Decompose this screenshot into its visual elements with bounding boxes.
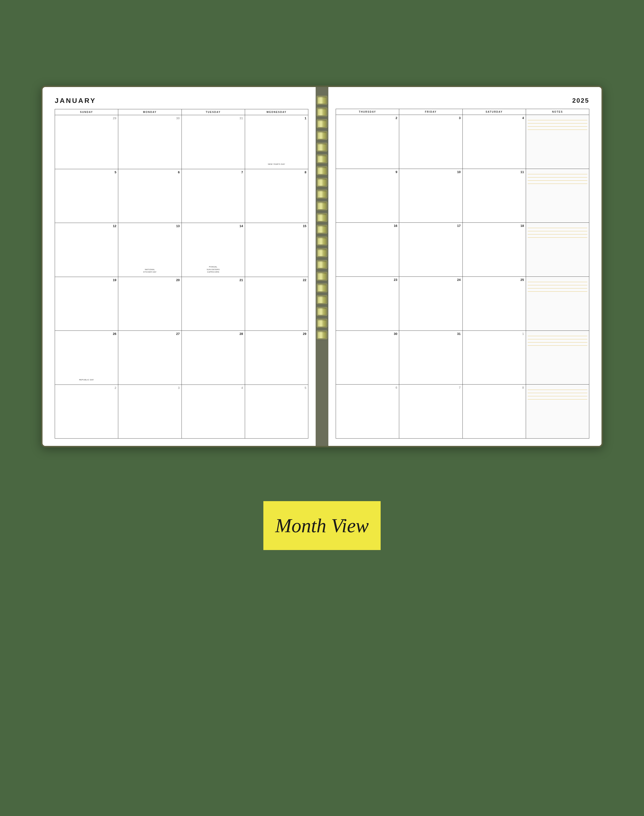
cell-feb5: 5 [245,385,308,439]
cell-jan28: 28 [182,331,245,385]
cell-jan1: 1NEW YEAR'S DAY [245,115,308,169]
cell-jan20: 20 [118,277,181,331]
notes-week4 [526,277,589,331]
cell-jan14: 14PONGALSUN ENTERSCAPRICORN [182,223,245,277]
col-tuesday: TUESDAY [182,109,245,115]
cell-jan10: 10 [399,169,463,223]
cell-jan25: 25 [463,277,526,331]
cell-jan22: 22 [245,277,308,331]
spiral-ring [316,248,328,257]
cell-jan30: 30 [336,331,399,385]
spiral-ring [316,95,328,105]
calendar-grid-left: 29 30 31 1NEW YEAR'S DAY 5 6 7 8 12 13NA… [55,115,308,438]
spiral-binding [316,87,328,446]
calendar-grid-right: 2 3 4 9 10 11 16 17 18 23 24 25 [336,115,589,438]
spiral-ring [316,260,328,269]
cell-feb8: 8 [463,384,526,438]
col-notes: NOTES [526,109,589,115]
col-wednesday: WEDNESDAY [245,109,308,115]
cell-jan17: 17 [399,223,463,277]
spiral-ring [316,166,328,175]
cell-jan8: 8 [245,169,308,223]
cell-jan26: 26REPUBLIC DAY [55,331,118,385]
col-thursday: THURSDAY [336,109,399,115]
spiral-ring [316,213,328,222]
spiral-ring [316,119,328,128]
cell-jan3: 3 [399,115,463,169]
page-right: 2025 THURSDAY FRIDAY SATURDAY NOTES 2 3 … [328,87,601,446]
col-monday: MONDAY [118,109,181,115]
spiral-ring [316,295,328,304]
cell-feb4: 4 [182,385,245,439]
cell-jan27: 27 [118,331,181,385]
spiral-ring [316,131,328,140]
col-saturday: SATURDAY [463,109,526,115]
cell-jan21: 21 [182,277,245,331]
spiral-ring [316,154,328,164]
cell-jan18: 18 [463,223,526,277]
month-view-text: Month View [275,515,369,537]
cell-jan7: 7 [182,169,245,223]
cell-jan24: 24 [399,277,463,331]
spiral-ring [316,107,328,117]
month-title: JANUARY [55,97,308,104]
cell-jan4: 4 [463,115,526,169]
spiral-ring [316,318,328,328]
col-friday: FRIDAY [399,109,463,115]
spiral-ring [316,283,328,293]
calendar-header-left: SUNDAY MONDAY TUESDAY WEDNESDAY [55,109,308,115]
cell-feb1: 1 [463,331,526,385]
cell-feb6: 6 [336,384,399,438]
calendar-header-right: THURSDAY FRIDAY SATURDAY NOTES [336,109,589,115]
cell-jan23: 23 [336,277,399,331]
cell-jan19: 19 [55,277,118,331]
cell-jan5: 5 [55,169,118,223]
spiral-ring [316,330,328,340]
cell-jan13: 13NATIONALSTICKER DAY [118,223,181,277]
cell-feb2: 2 [55,385,118,439]
col-sunday: SUNDAY [55,109,118,115]
spiral-ring [316,178,328,187]
cell-dec29: 29 [55,115,118,169]
cell-jan12: 12 [55,223,118,277]
cell-jan16: 16 [336,223,399,277]
cell-jan31: 31 [399,331,463,385]
notes-week1 [526,115,589,169]
year-title: 2025 [572,97,589,104]
cell-feb7: 7 [399,384,463,438]
cell-feb3: 3 [118,385,181,439]
spiral-ring [316,143,328,152]
month-view-label: Month View [263,501,381,550]
cell-jan29: 29 [245,331,308,385]
spiral-ring [316,307,328,316]
spiral-ring [316,189,328,199]
notes-week6 [526,384,589,438]
spiral-ring [316,225,328,234]
cell-jan2: 2 [336,115,399,169]
cell-jan11: 11 [463,169,526,223]
spiral-ring [316,272,328,281]
notes-week2 [526,169,589,223]
cell-dec30: 30 [118,115,181,169]
cell-dec31: 31 [182,115,245,169]
page-left: JANUARY SUNDAY MONDAY TUESDAY WEDNESDAY … [43,87,316,446]
notes-week3 [526,223,589,277]
cell-jan6: 6 [118,169,181,223]
notes-week5 [526,331,589,385]
spiral-ring [316,237,328,246]
spiral-ring [316,201,328,211]
planner-book: JANUARY SUNDAY MONDAY TUESDAY WEDNESDAY … [41,86,603,447]
cell-jan9: 9 [336,169,399,223]
cell-jan15: 15 [245,223,308,277]
bottom-section: Month View [0,447,644,550]
